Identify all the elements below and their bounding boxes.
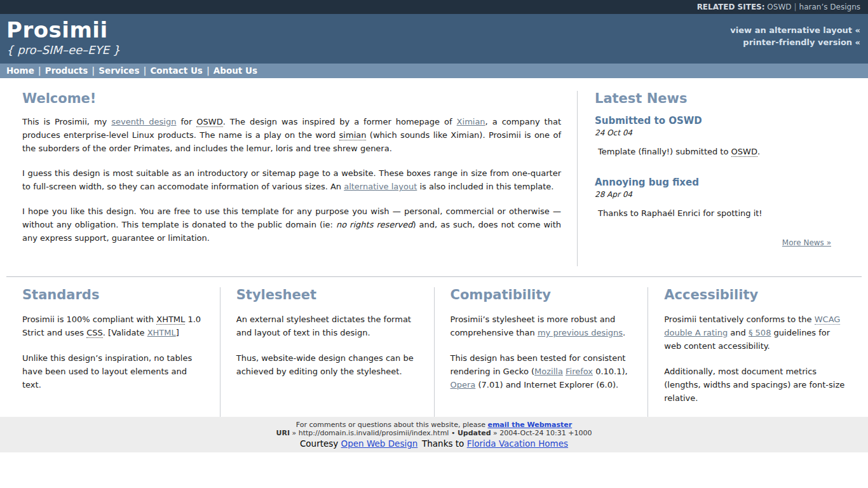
- nav-item-services[interactable]: Services: [98, 65, 139, 76]
- welcome-paragraph: This is Prosimii, my seventh design for …: [22, 115, 561, 155]
- news-item: Annoying bug fixed28 Apr 04Thanks to Rap…: [595, 177, 831, 218]
- inline-link[interactable]: XHTML: [147, 328, 176, 337]
- footer-uri-line: URI » http://domain.is.invalid/prosimii/…: [0, 429, 868, 437]
- column-paragraph: An external stylesheet dictates the form…: [236, 313, 419, 339]
- inline-link[interactable]: seventh design: [111, 117, 176, 126]
- inline-link[interactable]: alternative layout: [344, 182, 417, 191]
- separator: |: [203, 65, 214, 76]
- column-title: Standards: [22, 287, 205, 302]
- news-item-heading: Annoying bug fixed: [595, 177, 831, 188]
- related-sites-bar: RELATED SITES: OSWD|haran’s Designs: [0, 0, 868, 14]
- related-site-link[interactable]: OSWD: [767, 3, 791, 11]
- column-paragraph: This design has been tested for consiste…: [451, 351, 633, 391]
- page-footer: For comments or questions about this web…: [0, 417, 868, 452]
- footer-credits-line: Courtesy Open Web Design Thanks to Flori…: [0, 438, 868, 449]
- nav-item-products[interactable]: Products: [45, 65, 88, 76]
- welcome-paragraph: I guess this design is most suitable as …: [22, 166, 561, 193]
- info-column-compatibility: CompatibilityProsimii’s stylesheet is mo…: [435, 287, 649, 417]
- nav-item-about-us[interactable]: About Us: [214, 65, 257, 76]
- main-content: Welcome! This is Prosimii, my seventh de…: [0, 78, 868, 266]
- column-paragraph: Thus, website-wide design changes can be…: [236, 351, 419, 378]
- related-sites-label: RELATED SITES:: [697, 3, 765, 11]
- news-item-heading: Submitted to OSWD: [595, 115, 831, 126]
- footer-link[interactable]: Florida Vacation Homes: [467, 438, 568, 449]
- separator: |: [792, 3, 799, 11]
- latest-news-title: Latest News: [595, 91, 831, 106]
- latest-news-section: Latest News Submitted to OSWD24 Oct 04Te…: [577, 91, 862, 266]
- nav-item-contact-us[interactable]: Contact Us: [150, 65, 203, 76]
- separator: |: [139, 65, 150, 76]
- more-news: More News »: [595, 238, 831, 247]
- main-nav: Home|Products|Services|Contact Us|About …: [0, 64, 868, 78]
- inline-link[interactable]: my previous designs: [538, 328, 623, 337]
- news-item-date: 28 Apr 04: [595, 190, 831, 199]
- column-paragraph: Prosimii tentatively conforms to the WCA…: [664, 313, 846, 353]
- abbreviation: XHTML: [156, 315, 185, 325]
- inline-abbr-link[interactable]: WCAG: [815, 315, 841, 325]
- related-sites-links: OSWD|haran’s Designs: [767, 3, 860, 11]
- emphasized-text: no rights reserved: [336, 220, 413, 229]
- news-item-date: 24 Oct 04: [595, 128, 831, 137]
- column-title: Accessibility: [664, 287, 846, 302]
- separator: |: [34, 65, 45, 76]
- abbreviation: OSWD: [731, 147, 757, 157]
- news-item-body: Template (finally!) submitted to OSWD.: [595, 147, 831, 156]
- related-site-link[interactable]: haran’s Designs: [799, 3, 860, 11]
- inline-link[interactable]: double A rating: [664, 328, 728, 337]
- welcome-title: Welcome!: [22, 91, 561, 106]
- abbreviation: CSS: [86, 328, 103, 338]
- footer-link[interactable]: Open Web Design: [341, 438, 418, 449]
- separator: |: [88, 65, 98, 76]
- inline-link[interactable]: § 508: [749, 328, 771, 337]
- info-columns: StandardsProsimii is 100% compliant with…: [0, 277, 868, 417]
- column-title: Compatibility: [451, 287, 633, 302]
- welcome-section: Welcome! This is Prosimii, my seventh de…: [6, 91, 577, 266]
- inline-link[interactable]: Opera: [451, 380, 476, 390]
- header-links: view an alternative layout «printer-frie…: [730, 24, 860, 48]
- page-header: Prosimii { pro–SIM–ee–EYE } view an alte…: [0, 14, 868, 64]
- welcome-paragraph: I hope you like this design. You are fre…: [22, 205, 561, 245]
- column-paragraph: Additionally, most document metrics (len…: [664, 365, 846, 405]
- abbreviation: OSWD: [196, 117, 222, 127]
- inline-link[interactable]: Mozilla: [534, 367, 563, 376]
- inline-link[interactable]: Ximian: [457, 117, 485, 126]
- info-column-standards: StandardsProsimii is 100% compliant with…: [6, 287, 220, 417]
- column-title: Stylesheet: [236, 287, 419, 302]
- column-paragraph: Prosimii’s stylesheet is more robust and…: [451, 313, 633, 339]
- info-column-stylesheet: StylesheetAn external stylesheet dictate…: [220, 287, 435, 417]
- more-news-link[interactable]: More News »: [782, 238, 831, 247]
- info-column-accessibility: AccessibilityProsimii tentatively confor…: [648, 287, 862, 417]
- inline-link[interactable]: Firefox: [566, 367, 593, 376]
- header-utility-link[interactable]: view an alternative layout «: [730, 24, 860, 36]
- news-item-body: Thanks to Raphaél Enrici for spotting it…: [595, 208, 831, 218]
- footer-link[interactable]: email the Webmaster: [487, 421, 572, 429]
- footer-comments-line: For comments or questions about this web…: [0, 421, 868, 429]
- nav-item-home[interactable]: Home: [6, 65, 34, 76]
- news-item: Submitted to OSWD24 Oct 04Template (fina…: [595, 115, 831, 156]
- abbreviation: simian: [339, 130, 367, 140]
- bold-text: Updated: [458, 429, 491, 437]
- column-paragraph: Prosimii is 100% compliant with XHTML 1.…: [22, 313, 205, 339]
- header-utility-link[interactable]: printer-friendly version «: [730, 36, 860, 48]
- column-paragraph: Unlike this design’s inspiration, no tab…: [22, 351, 205, 391]
- bold-text: URI: [276, 429, 290, 437]
